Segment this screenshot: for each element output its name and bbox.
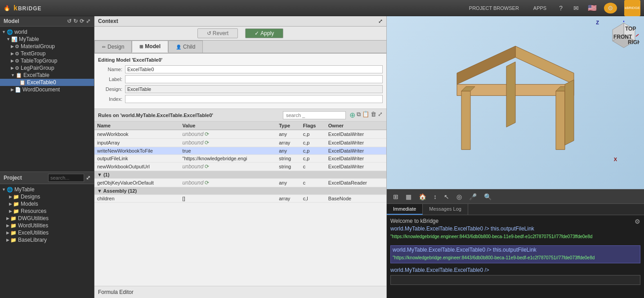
project-arrow-designs[interactable]: ▶ [9, 194, 12, 199]
project-arrow-resources[interactable]: ▶ [9, 209, 12, 213]
model-icon-refresh[interactable]: ⟳ [80, 18, 84, 24]
tree-item-materialgroup[interactable]: ▶ ⚙ MaterialGroup [0, 43, 94, 50]
tree-item-textgroup[interactable]: ▶ ⚙ TextGroup [0, 50, 94, 57]
table-row-newworkbookoutputurl[interactable]: newWorkbookOutputUrl unbound ⟳ string c … [94, 163, 386, 171]
vp-btn-mic[interactable]: 🎤 [466, 191, 479, 202]
cell-owner: ExcelDataWriter [326, 139, 386, 147]
imm-code-1: world.MyTable.ExcelTable.ExcelTable0 /> … [390, 226, 640, 232]
tree-arrow-mytable[interactable]: ▼ [6, 37, 10, 41]
col-owner[interactable]: Owner [326, 122, 386, 130]
project-search-input[interactable] [48, 174, 84, 182]
project-arrow-base[interactable]: ▶ [6, 238, 9, 242]
project-item-excelutilities[interactable]: ▶ 📁 ExcelUtilities [0, 229, 94, 236]
tree-item-mytable[interactable]: ▼ 📊 MyTable [0, 36, 94, 43]
form-design-input[interactable] [125, 85, 383, 93]
col-type[interactable]: Type [276, 122, 300, 130]
table-row[interactable]: inputArray unbound ⟳ array c,p ExcelData… [94, 139, 386, 147]
table-row[interactable]: newWorkbook unbound ⟳ any c,p ExcelDataW… [94, 130, 386, 139]
table-3d-model [448, 32, 583, 160]
project-arrow-mytable[interactable]: ▼ [2, 187, 6, 192]
tree-group-icon-2: ⚙ [15, 51, 19, 57]
tree-arrow-et[interactable]: ▼ [11, 73, 15, 77]
vp-btn-home[interactable]: 🏠 [416, 191, 429, 202]
project-arrow-word[interactable]: ▶ [6, 223, 9, 228]
project-item-models[interactable]: ▶ 📁 Models [0, 200, 94, 208]
project-expand-icon[interactable]: ⤢ [86, 175, 90, 181]
vp-btn-circle[interactable]: ◎ [454, 191, 465, 202]
project-item-mytable[interactable]: ▼ 🌐 MyTable [0, 186, 94, 193]
rules-copy-icon[interactable]: ⧉ [357, 111, 361, 119]
tree-arrow-wd[interactable]: ▶ [11, 87, 14, 92]
tree-item-exceltable[interactable]: ▼ 📋 ExcelTable [0, 72, 94, 79]
tree-item-worddocument[interactable]: ▶ 📄 WordDocument [0, 86, 94, 93]
tree-arrow-world[interactable]: ▼ [2, 30, 6, 34]
nav-settings[interactable]: ⚙ [604, 3, 617, 14]
app-logo[interactable]: 🔥 kBRiDGE [4, 4, 42, 12]
vp-btn-tiles[interactable]: ▦ [403, 191, 414, 202]
model-icon-redo[interactable]: ↻ [73, 18, 78, 24]
table-row-outputfilelink[interactable]: outputFileLink "https://knowledgebridge.… [94, 155, 386, 163]
rules-add-icon[interactable]: ⊕ [349, 111, 355, 119]
form-index-input[interactable] [125, 95, 383, 103]
nav-apps[interactable]: APPS [530, 4, 550, 13]
apply-button[interactable]: ✓ Apply [245, 28, 283, 38]
user-avatar[interactable]: kBRiDGE [624, 0, 640, 16]
table-row-getobjkey[interactable]: getObjKeyValueOrDefault unbound ⟳ any c … [94, 179, 386, 187]
model-icon-expand[interactable]: ⤢ [86, 18, 90, 24]
immediate-panel: Immediate Messages Log ⚙ Welcome to kBri… [387, 204, 644, 298]
rules-delete-icon[interactable]: 🗑 [371, 111, 376, 119]
tab-child[interactable]: 👤 Child [168, 41, 203, 53]
project-item-resources[interactable]: ▶ 📁 Resources [0, 208, 94, 215]
nav-flag[interactable]: 🇺🇸 [588, 4, 597, 12]
tab-immediate[interactable]: Immediate [387, 204, 423, 215]
project-arrow-models[interactable]: ▶ [9, 202, 12, 206]
project-item-designs[interactable]: ▶ 📁 Designs [0, 193, 94, 200]
tab-child-label: Child [183, 44, 195, 50]
tree-arrow-lpg[interactable]: ▶ [11, 66, 14, 70]
col-flags[interactable]: Flags [300, 122, 326, 130]
settings-gear-icon[interactable]: ⚙ [635, 218, 640, 225]
nav-mail[interactable]: ✉ [572, 3, 581, 14]
vp-btn-cursor[interactable]: ↖ [441, 191, 452, 202]
table-row-writenewworkbook[interactable]: writeNewWorkbookToFile true any c,p Exce… [94, 147, 386, 155]
rules-search-input[interactable] [283, 111, 346, 119]
tab-design[interactable]: ✏ Design [94, 41, 132, 53]
project-arrow-excel[interactable]: ▶ [6, 230, 9, 235]
immediate-input-field[interactable] [394, 277, 637, 283]
context-expand-icon[interactable]: ⤢ [378, 18, 383, 24]
vp-btn-zoom[interactable]: 🔍 [481, 191, 494, 202]
tree-arrow-ttg[interactable]: ▶ [11, 59, 14, 63]
tree-label-world: world [14, 29, 27, 35]
project-item-wordutilities[interactable]: ▶ 📁 WordUtilities [0, 222, 94, 229]
tab-messages-log[interactable]: Messages Log [423, 204, 468, 215]
model-icon-undo[interactable]: ↺ [67, 18, 72, 24]
immediate-input[interactable] [390, 275, 640, 285]
tree-label-legpairgroup: LegPairGroup [21, 65, 54, 71]
tree-item-world[interactable]: ▼ 🌐 world [0, 28, 94, 36]
project-item-dwgutilities[interactable]: ▶ 📁 DWGUtilities [0, 215, 94, 222]
col-name[interactable]: Name [94, 122, 180, 130]
rules-expand-icon[interactable]: ⤢ [378, 111, 383, 119]
rules-paste-icon[interactable]: 📋 [362, 111, 369, 119]
col-value[interactable]: Value [180, 122, 277, 130]
project-item-baselibrary[interactable]: ▶ 📁 BaseLibrary [0, 236, 94, 244]
tree-arrow-tg[interactable]: ▶ [11, 51, 14, 56]
project-arrow-dwg[interactable]: ▶ [6, 216, 9, 221]
tab-model[interactable]: ⊞ Model [132, 41, 168, 53]
form-name-input[interactable] [125, 65, 383, 73]
revert-button[interactable]: ↺ Revert [197, 28, 238, 38]
model-panel-title: Model [4, 18, 19, 24]
tree-item-exceltable0[interactable]: ▶ 📋 ExcelTable0 [0, 79, 94, 86]
view-cube[interactable]: TOP FRONT RIGHT [608, 21, 640, 52]
nav-project-browser[interactable]: PROJECT BROWSER [465, 4, 523, 13]
form-label-input[interactable] [125, 75, 383, 83]
nav-help[interactable]: ? [557, 3, 564, 14]
vp-btn-grid[interactable]: ⊞ [390, 191, 401, 202]
tree-arrow-mg[interactable]: ▶ [11, 44, 14, 49]
vp-btn-select[interactable]: ↕ [431, 191, 439, 202]
tree-item-tabletopgroup[interactable]: ▶ ⚙ TableTopGroup [0, 57, 94, 64]
table-row-children[interactable]: children [] array c,l BaseNode [94, 195, 386, 203]
svg-text:RIGHT: RIGHT [628, 39, 640, 45]
cell-type: string [276, 155, 300, 163]
tree-item-legpairgroup[interactable]: ▶ ⚙ LegPairGroup [0, 64, 94, 72]
